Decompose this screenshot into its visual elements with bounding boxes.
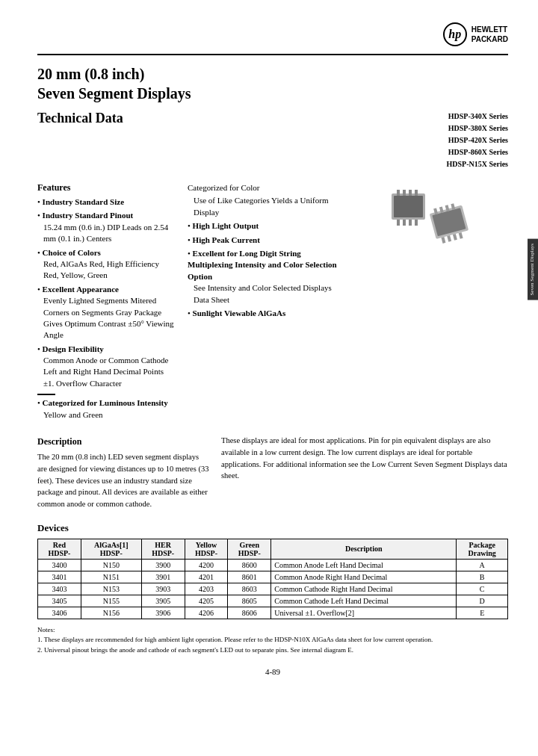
svg-rect-15 — [458, 232, 463, 239]
svg-rect-1 — [394, 196, 423, 217]
cell-red-0: 3400 — [38, 559, 81, 571]
technical-data-title: Technical Data — [37, 111, 123, 126]
feature-item-2: • Choice of Colors Red, AlGaAs Red, High… — [37, 247, 176, 282]
col-header-package: Package Drawing — [457, 539, 508, 559]
cell-her-0: 3900 — [141, 559, 185, 571]
table-header-row: Red HDSP- AlGaAs[1] HDSP- HER HDSP- Yell… — [38, 539, 508, 559]
cell-green-2: 8603 — [228, 583, 271, 595]
feature-detail-1: 15.24 mm (0.6 in.) DIP Leads on 2.54 mm … — [43, 222, 176, 245]
col-header-algaas: AlGaAs[1] HDSP- — [81, 539, 141, 559]
series-item-4: HDSP-N15X Series — [447, 158, 509, 170]
feature-detail-5: Yellow and Green — [43, 409, 176, 421]
notes-item-1: 2. Universal pinout brings the anode and… — [37, 645, 508, 656]
features-description-area: Features • Industry Standard Size • Indu… — [37, 182, 508, 423]
page-number: 4-89 — [37, 667, 508, 676]
feature-item-0: • Industry Standard Size — [37, 196, 176, 208]
col-header-red: Red HDSP- — [38, 539, 81, 559]
cell-package-2: C — [457, 583, 508, 595]
side-tab: Seven Segment Displays — [528, 239, 538, 300]
cell-description-1: Common Anode Right Hand Decimal — [271, 571, 457, 583]
mid-detail-2: See Intensity and Color Selected Display… — [194, 282, 337, 306]
feature-bold-5: Categorized for Luminous Intensity — [43, 398, 168, 407]
mid-bold-3: Sunlight Viewable AlGaAs — [193, 309, 286, 317]
h-rule-icon — [37, 394, 55, 395]
col-header-description: Description — [271, 539, 457, 559]
cell-algaas-2: N153 — [81, 583, 141, 595]
header: hp HEWLETT PACKARD — [37, 22, 508, 46]
feature-item-3: • Excellent Appearance Evenly Lighted Se… — [37, 284, 176, 341]
cell-red-1: 3401 — [38, 571, 81, 583]
devices-section: Devices Red HDSP- AlGaAs[1] HDSP- HER HD… — [37, 522, 508, 656]
description-area: Description The 20 mm (0.8 inch) LED sev… — [37, 435, 508, 510]
mid-bold-0: High Light Output — [193, 221, 259, 230]
series-item-3: HDSP-860X Series — [447, 146, 509, 158]
devices-table: Red HDSP- AlGaAs[1] HDSP- HER HDSP- Yell… — [37, 539, 508, 619]
notes-item-0: 1. These displays are recommended for hi… — [37, 635, 508, 645]
cell-green-1: 8601 — [228, 571, 271, 583]
hp-circle-icon: hp — [443, 22, 467, 46]
series-item-1: HDSP-380X Series — [447, 123, 509, 134]
feature-detail-3: Evenly Lighted Segments Mitered Corners … — [43, 295, 176, 341]
cell-package-3: D — [457, 595, 508, 607]
tech-data-block: Technical Data — [37, 111, 123, 129]
svg-rect-5 — [415, 220, 418, 226]
feature-bold-3: Excellent Appearance — [43, 285, 119, 294]
middle-header: Categorized for Color — [188, 182, 337, 193]
desc-left-text: The 20 mm (0.8 inch) LED seven segment d… — [37, 451, 209, 510]
svg-rect-14 — [452, 234, 457, 241]
svg-rect-13 — [447, 235, 451, 242]
feature-detail-4: Common Anode or Common Cathode Left and … — [43, 355, 176, 389]
cell-package-4: E — [457, 607, 508, 619]
col-header-yellow: Yellow HDSP- — [185, 539, 228, 559]
desc-left: Description The 20 mm (0.8 inch) LED sev… — [37, 435, 209, 510]
mid-bullet-1: • High Peak Current — [188, 235, 337, 246]
col-header-green: Green HDSP- — [228, 539, 271, 559]
feature-bold-2: Choice of Colors — [43, 248, 101, 257]
table-row: 3401 N151 3901 4201 8601 Common Anode Ri… — [38, 571, 508, 583]
cell-description-4: Universal ±1. Overflow[2] — [271, 607, 457, 619]
notes-title: Notes: — [37, 625, 508, 636]
svg-rect-7 — [403, 190, 406, 196]
mid-bold-1: High Peak Current — [193, 235, 260, 244]
hp-line2: PACKARD — [471, 34, 508, 44]
table-row: 3406 N156 3906 4206 8606 Universal ±1. O… — [38, 607, 508, 619]
mid-bullet-3: • Sunlight Viewable AlGaAs — [188, 308, 337, 319]
series-item-0: HDSP-340X Series — [447, 111, 509, 123]
svg-rect-12 — [441, 237, 445, 244]
svg-rect-2 — [397, 220, 400, 226]
cell-green-3: 8605 — [228, 595, 271, 607]
svg-rect-6 — [397, 190, 400, 196]
svg-rect-9 — [415, 190, 418, 196]
cell-algaas-3: N155 — [81, 595, 141, 607]
table-row: 3405 N155 3905 4205 8605 Common Cathode … — [38, 595, 508, 607]
series-block: HDSP-340X Series HDSP-380X Series HDSP-4… — [447, 111, 509, 170]
cell-green-0: 8600 — [228, 559, 271, 571]
cell-red-3: 3405 — [38, 595, 81, 607]
cell-yellow-1: 4201 — [185, 571, 228, 583]
table-row: 3403 N153 3903 4203 8603 Common Cathode … — [38, 583, 508, 595]
desc-title: Description — [37, 435, 209, 448]
series-item-2: HDSP-420X Series — [447, 134, 509, 146]
features-col: Features • Industry Standard Size • Indu… — [37, 182, 176, 423]
side-tab-text: Seven Segment Displays — [529, 244, 535, 296]
cell-package-1: B — [457, 571, 508, 583]
desc-right-text: These displays are ideal for most applic… — [221, 435, 508, 482]
svg-rect-8 — [409, 190, 412, 196]
cell-description-2: Common Cathode Right Hand Decimal — [271, 583, 457, 595]
cell-her-1: 3901 — [141, 571, 185, 583]
middle-sub: Use of Like Categories Yields a Uniform … — [194, 195, 337, 218]
chip-photo-icon — [388, 190, 470, 253]
cell-yellow-2: 4203 — [185, 583, 228, 595]
title-line1: 20 mm (0.8 inch) — [37, 64, 508, 84]
feature-item-5: • Categorized for Luminous Intensity Yel… — [37, 397, 176, 421]
cell-red-4: 3406 — [38, 607, 81, 619]
divider — [37, 54, 508, 55]
cell-yellow-0: 4200 — [185, 559, 228, 571]
header-area: Technical Data HDSP-340X Series HDSP-380… — [37, 111, 508, 170]
devices-title: Devices — [37, 522, 508, 534]
mid-bold-2: Excellent for Long Digit String Multiple… — [188, 249, 337, 281]
feature-item-1: • Industry Standard Pinout 15.24 mm (0.6… — [37, 210, 176, 244]
cell-description-3: Common Cathode Left Hand Decimal — [271, 595, 457, 607]
cell-her-2: 3903 — [141, 583, 185, 595]
cell-red-2: 3403 — [38, 583, 81, 595]
